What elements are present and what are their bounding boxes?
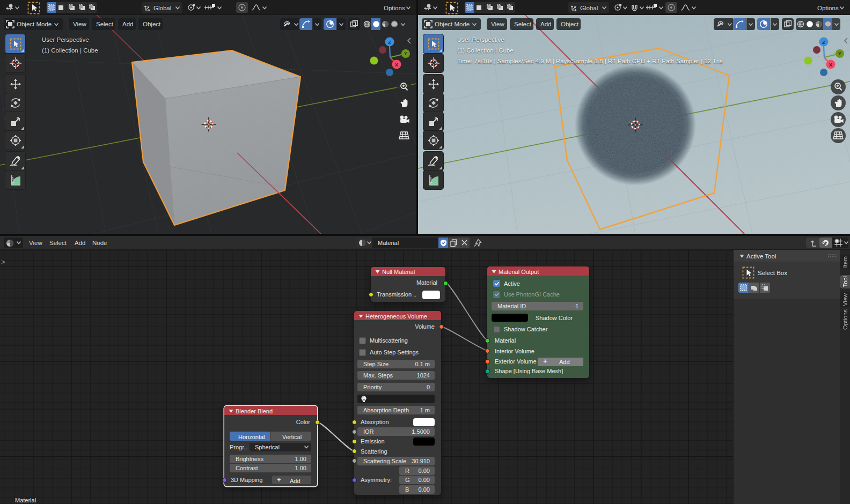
svg-text:Y: Y (404, 50, 408, 56)
svg-text:Y: Y (838, 50, 842, 56)
svg-text:X: X (829, 62, 833, 68)
svg-text:X: X (395, 62, 399, 68)
svg-text:Z: Z (822, 39, 825, 45)
svg-text:Z: Z (388, 39, 391, 45)
